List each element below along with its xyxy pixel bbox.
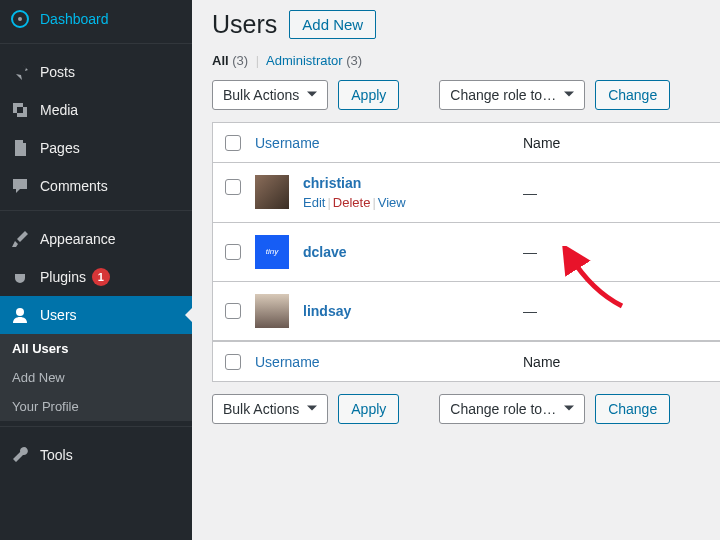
apply-button[interactable]: Apply [338, 80, 399, 110]
avatar: tiny [255, 235, 289, 269]
sidebar-item-plugins[interactable]: Plugins 1 [0, 258, 192, 296]
apply-button-bottom[interactable]: Apply [338, 394, 399, 424]
username-link[interactable]: dclave [303, 244, 347, 260]
change-role-select[interactable]: Change role to… [439, 80, 585, 110]
row-checkbox[interactable] [225, 244, 241, 260]
sidebar-item-label: Appearance [40, 231, 116, 247]
name-cell: — [523, 244, 720, 260]
submenu-add-new[interactable]: Add New [0, 363, 192, 392]
dashboard-icon [10, 9, 30, 29]
plug-icon [10, 267, 30, 287]
users-table: Username Name christian Edit|Delete|View… [212, 122, 720, 382]
bulk-actions-select[interactable]: Bulk Actions [212, 80, 328, 110]
sidebar-item-pages[interactable]: Pages [0, 129, 192, 167]
col-header-name: Name [523, 135, 560, 151]
username-link[interactable]: lindsay [303, 303, 351, 319]
main-content: Users Add New All (3) | Administrator (3… [192, 0, 720, 540]
sidebar-item-tools[interactable]: Tools [0, 436, 192, 474]
svg-point-2 [16, 308, 24, 316]
sidebar-item-label: Comments [40, 178, 108, 194]
bulk-actions-select-bottom[interactable]: Bulk Actions [212, 394, 328, 424]
sidebar-item-label: Pages [40, 140, 80, 156]
table-row: lindsay — [213, 282, 720, 341]
sidebar-item-label: Plugins [40, 269, 86, 285]
filter-links: All (3) | Administrator (3) [212, 53, 720, 68]
pin-icon [10, 62, 30, 82]
sidebar-item-label: Users [40, 307, 77, 323]
table-row: tiny dclave — [213, 223, 720, 282]
admin-sidebar: Dashboard Posts Media Pages Comments App… [0, 0, 192, 540]
row-actions: Edit|Delete|View [303, 195, 406, 210]
sidebar-item-label: Tools [40, 447, 73, 463]
user-icon [10, 305, 30, 325]
filter-administrator[interactable]: Administrator [266, 53, 343, 68]
edit-link[interactable]: Edit [303, 195, 325, 210]
sidebar-item-label: Media [40, 102, 78, 118]
view-link[interactable]: View [378, 195, 406, 210]
select-all-checkbox-footer[interactable] [225, 354, 241, 370]
avatar [255, 175, 289, 209]
update-badge: 1 [92, 268, 110, 286]
col-header-username[interactable]: Username [255, 135, 320, 151]
filter-all[interactable]: All [212, 53, 229, 68]
submenu-all-users[interactable]: All Users [0, 334, 192, 363]
table-row: christian Edit|Delete|View — [213, 163, 720, 223]
row-checkbox[interactable] [225, 179, 241, 195]
name-cell: — [523, 303, 720, 319]
sidebar-item-appearance[interactable]: Appearance [0, 220, 192, 258]
col-footer-name: Name [523, 354, 560, 370]
sidebar-item-label: Posts [40, 64, 75, 80]
comment-icon [10, 176, 30, 196]
row-checkbox[interactable] [225, 303, 241, 319]
media-icon [10, 100, 30, 120]
wrench-icon [10, 445, 30, 465]
delete-link[interactable]: Delete [333, 195, 371, 210]
change-button[interactable]: Change [595, 80, 670, 110]
select-all-checkbox[interactable] [225, 135, 241, 151]
sidebar-item-dashboard[interactable]: Dashboard [0, 0, 192, 38]
sidebar-item-media[interactable]: Media [0, 91, 192, 129]
col-footer-username[interactable]: Username [255, 354, 320, 370]
username-link[interactable]: christian [303, 175, 361, 191]
brush-icon [10, 229, 30, 249]
svg-point-1 [18, 17, 22, 21]
sidebar-item-posts[interactable]: Posts [0, 53, 192, 91]
sidebar-item-comments[interactable]: Comments [0, 167, 192, 205]
sidebar-item-label: Dashboard [40, 11, 109, 27]
submenu-your-profile[interactable]: Your Profile [0, 392, 192, 421]
name-cell: — [523, 185, 720, 201]
sidebar-item-users[interactable]: Users [0, 296, 192, 334]
page-title: Users [212, 10, 277, 39]
change-role-select-bottom[interactable]: Change role to… [439, 394, 585, 424]
change-button-bottom[interactable]: Change [595, 394, 670, 424]
add-new-button[interactable]: Add New [289, 10, 376, 39]
avatar [255, 294, 289, 328]
sidebar-submenu: All Users Add New Your Profile [0, 334, 192, 421]
page-icon [10, 138, 30, 158]
